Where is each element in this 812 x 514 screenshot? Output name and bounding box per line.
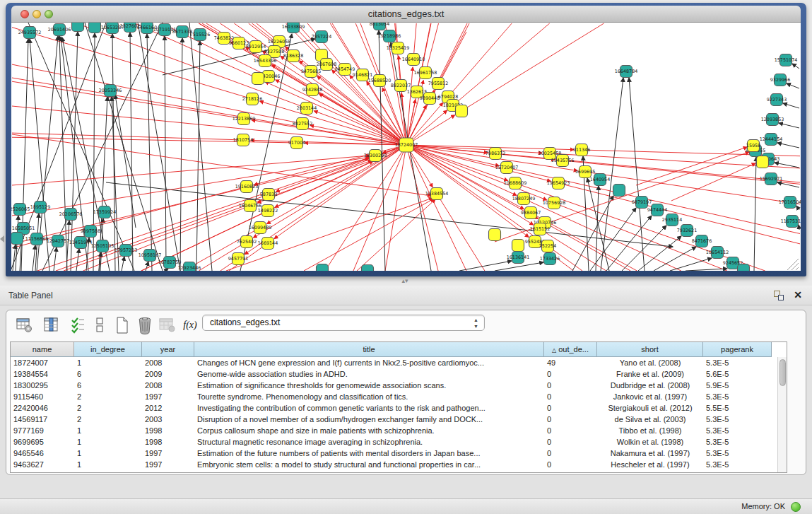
graph-node[interactable] [252, 73, 264, 85]
table-cell[interactable]: Estimation of the future numbers of pati… [194, 448, 544, 459]
table-cell[interactable]: 2003 [142, 414, 194, 425]
graph-node[interactable]: 1810754 [233, 134, 253, 146]
table-cell[interactable]: 9699695 [11, 436, 74, 448]
table-row[interactable]: 1456911722003Disruption of a novel membe… [11, 414, 787, 425]
table-cell[interactable]: Hescheler et al. (1997) [597, 459, 703, 470]
graph-node[interactable]: 10688609 [504, 177, 527, 189]
graph-node[interactable]: 10756928 [543, 197, 566, 209]
graph-node[interactable] [757, 156, 769, 168]
table-cell[interactable]: 5.3E-5 [703, 391, 772, 402]
table-cell[interactable]: Disruption of a novel member of a sodium… [194, 414, 544, 425]
graph-node[interactable]: 1669144 [258, 238, 278, 250]
table-cell[interactable]: Yano et al. (2008) [597, 357, 703, 368]
table-cell[interactable]: 1997 [142, 448, 194, 459]
delete-rows-icon[interactable] [135, 315, 155, 335]
table-vertical-scrollbar[interactable] [777, 357, 787, 473]
table-cell[interactable]: 0 [544, 391, 597, 402]
table-cell[interactable]: 0 [544, 459, 597, 470]
table-row[interactable]: 2242004622012Investigating the contribut… [11, 402, 787, 414]
table-cell[interactable]: Changes of HCN gene expression and I(f) … [194, 357, 544, 368]
column-header-pagerank[interactable]: pagerank [703, 342, 772, 357]
graph-node[interactable]: 9227343 [767, 94, 787, 106]
table-cell[interactable]: 0 [544, 414, 597, 425]
table-cell[interactable]: Jankovic et al. (1997) [597, 391, 703, 402]
table-cell[interactable]: 1997 [142, 391, 194, 402]
table-cell[interactable]: 9115460 [11, 391, 74, 402]
table-cell[interactable]: 5.3E-5 [703, 414, 772, 425]
table-row[interactable]: 1938455462009Genome-wide association stu… [11, 368, 787, 380]
table-cell[interactable]: 0 [544, 425, 597, 436]
graph-node[interactable]: 15720407 [495, 162, 519, 174]
select-columns-icon[interactable] [42, 315, 61, 335]
graph-node[interactable]: 8427552 [293, 118, 312, 130]
graph-node[interactable] [489, 229, 501, 241]
graph-node[interactable]: 19654923 [547, 177, 570, 189]
table-cell[interactable]: 1 [74, 448, 142, 459]
graph-node[interactable]: 16648784 [615, 66, 638, 78]
network-graph[interactable]: 24935572 20691406 10653287 1327602 64661… [11, 23, 801, 271]
graph-node[interactable]: 2935114 [662, 214, 682, 226]
table-cell[interactable]: 5.9E-5 [703, 380, 772, 391]
horizontal-splitter[interactable]: ▴▾ [0, 276, 812, 286]
graph-node[interactable]: 12213869 [233, 113, 256, 125]
table-cell[interactable]: 5.6E-5 [703, 368, 772, 380]
table-row[interactable]: 977716911998Corpus callosum shape and si… [11, 425, 787, 436]
graph-node[interactable]: 9457791 [228, 253, 248, 265]
graph-node[interactable]: 8471676 [692, 235, 712, 247]
table-cell[interactable]: 9777169 [11, 425, 74, 436]
panel-collapse-arrow-icon[interactable] [0, 235, 4, 243]
table-cell[interactable]: Stergiakouli et al. (2012) [597, 402, 703, 414]
table-cell[interactable]: 22420046 [11, 402, 74, 414]
table-cell[interactable]: 0 [544, 380, 597, 391]
graph-node[interactable]: 7955812 [428, 78, 448, 90]
table-cell[interactable]: Embryonic stem cells: a model to study s… [194, 459, 544, 470]
table-cell[interactable]: 18724007 [11, 357, 74, 368]
table-cell[interactable]: 0 [544, 436, 597, 448]
graph-node[interactable]: 2718126 [242, 93, 262, 105]
table-cell[interactable]: 5.5E-5 [703, 402, 772, 414]
graph-node[interactable]: 252254 [539, 240, 556, 252]
graph-node[interactable]: 9474444 [647, 204, 667, 216]
graph-node[interactable]: 20691406 [48, 24, 71, 36]
column-header-year[interactable]: year [142, 342, 194, 357]
node-table[interactable]: namein_degreeyeartitle△out_de...shortpag… [10, 341, 787, 473]
graph-node[interactable] [456, 105, 468, 117]
splitter-grip-icon[interactable]: ▴▾ [400, 279, 410, 284]
row-height-icon[interactable] [90, 315, 110, 335]
float-panel-icon[interactable] [774, 291, 784, 300]
graph-node[interactable]: 9699695 [575, 166, 595, 178]
table-cell[interactable]: 19384554 [11, 368, 74, 380]
table-cell[interactable]: 6 [74, 368, 142, 380]
table-cell[interactable]: Dudbridge et al. (2008) [597, 380, 703, 391]
table-cell[interactable]: Tourette syndrome. Phenomenology and cla… [194, 391, 544, 402]
graph-node[interactable]: 12505135 [91, 240, 114, 252]
graph-node[interactable] [317, 264, 329, 271]
table-cell[interactable]: Estimation of significance thresholds fo… [194, 380, 544, 391]
network-selector-dropdown[interactable]: citations_edges.txt ▲▼ [202, 315, 485, 331]
delete-table-icon[interactable] [158, 315, 177, 335]
column-header-outde[interactable]: △out_de... [544, 342, 597, 357]
graph-node[interactable]: 9329966 [770, 74, 790, 86]
table-cell[interactable]: 6 [74, 380, 142, 391]
table-cell[interactable]: 2008 [142, 380, 194, 391]
graph-node[interactable]: 16961758 [414, 67, 437, 79]
table-cell[interactable]: 0 [544, 368, 597, 380]
graph-node[interactable]: 8813054 [370, 23, 389, 30]
table-cell[interactable]: 2009 [142, 368, 194, 380]
graph-node[interactable]: 19384554 [425, 188, 449, 200]
table-cell[interactable]: 2008 [142, 357, 194, 368]
window-titlebar[interactable]: citations_edges.txt [11, 6, 801, 23]
table-cell[interactable]: Structural magnetic resonance image aver… [194, 436, 544, 448]
table-cell[interactable]: Nakamura et al. (1997) [597, 448, 703, 459]
graph-node[interactable] [72, 23, 84, 32]
column-header-indegree[interactable]: in_degree [74, 342, 142, 357]
table-cell[interactable]: 49 [544, 357, 597, 368]
column-header-short[interactable]: short [597, 342, 703, 357]
table-cell[interactable]: 1998 [142, 425, 194, 436]
graph-node[interactable]: 1733426 [540, 253, 560, 265]
table-row[interactable]: 969969511998Structural magnetic resonanc… [11, 436, 787, 448]
graph-node[interactable] [89, 23, 101, 33]
table-cell[interactable]: 9465546 [11, 448, 74, 459]
table-row[interactable]: 1830029562008Estimation of significance … [11, 380, 787, 391]
graph-node[interactable]: 7932621 [677, 225, 697, 237]
